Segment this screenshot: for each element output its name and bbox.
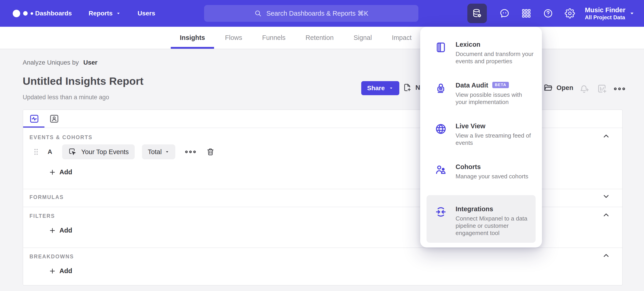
report-more-menu-button[interactable] [614,86,626,92]
event-selector-chip[interactable]: Your Top Events [62,144,135,159]
add-chart-icon [597,83,607,94]
menu-item-title: Integrations [456,205,530,213]
lexicon-book-icon [435,41,447,65]
project-selector[interactable]: Music Finder All Project Data [585,6,626,21]
more-horizontal-icon [614,86,626,92]
project-chevron-down-icon[interactable] [629,10,635,16]
formulas-section-label: FORMULAS [30,194,64,200]
pulse-chart-icon [29,114,40,124]
cohorts-people-icon [435,163,447,180]
breakdowns-collapse-button[interactable] [602,251,610,260]
primary-nav-menu: Dashboards Reports Users [35,0,155,27]
data-audit-lock-icon [435,82,447,106]
tab-impact[interactable]: Impact [383,27,421,49]
tab-retention[interactable]: Retention [296,27,343,49]
event-row-more-button[interactable] [185,149,196,154]
menu-item-cohorts[interactable]: Cohorts Manage your saved cohorts [435,163,532,180]
chevron-up-icon [602,211,610,219]
updated-timestamp: Updated less than a minute ago [23,94,109,101]
logo-dot-medium [23,11,28,16]
help-button[interactable] [537,8,559,18]
menu-item-description: View possible issues with your implement… [456,91,535,106]
add-filter-button[interactable]: Add [49,227,72,234]
feedback-bubble-icon [499,8,510,18]
tab-flows[interactable]: Flows [216,27,251,49]
add-label: Add [60,267,72,275]
tab-funnels[interactable]: Funnels [253,27,294,49]
drag-dots-icon [34,148,38,155]
menu-item-integrations[interactable]: Integrations Connect Mixpanel to a data … [435,205,532,237]
metric-selector-chip[interactable]: Total [142,144,175,159]
event-cursor-icon [68,147,77,156]
more-horizontal-icon [185,149,196,154]
project-name: Music Finder [585,6,626,14]
menu-item-title: Data Audit [456,82,488,89]
menu-item-data-audit[interactable]: Data Audit BETA View possible issues wit… [435,82,532,106]
menu-item-lexicon[interactable]: Lexicon Document and transform your even… [435,41,532,65]
open-label: Open [556,84,573,92]
event-query-row: A Your Top Events Total [34,144,215,160]
share-label: Share [367,84,385,92]
add-breakdown-button[interactable]: Add [49,267,72,275]
delete-event-button[interactable] [206,148,215,156]
beta-badge: BETA [492,82,509,88]
add-label: Add [60,227,72,234]
user-card-icon [49,114,60,124]
add-label: Add [60,168,72,176]
events-collapse-button[interactable] [602,132,610,141]
analysis-context: Analyze Uniques byUser [23,59,98,66]
nav-item-reports[interactable]: Reports [89,10,121,17]
logo-dot-large [13,10,20,17]
top-nav-bar: Dashboards Reports Users Search Dashboar… [0,0,644,27]
tab-signal[interactable]: Signal [344,27,381,49]
report-tabs: Insights Flows Funnels Retention Signal … [170,27,422,49]
menu-item-live-view[interactable]: Live View View a live streaming feed of … [435,122,532,146]
data-management-button[interactable] [467,4,487,23]
menu-item-title: Live View [456,122,535,130]
nav-item-label: Dashboards [35,10,72,17]
chevron-down-icon [602,192,610,200]
nav-item-label: Users [138,10,155,17]
trash-icon [206,148,215,156]
global-search-input[interactable]: Search Dashboards & Reports ⌘K [204,5,418,22]
feedback-button[interactable] [494,8,516,18]
tab-label: Insights [180,34,205,41]
apps-grid-button[interactable] [516,8,537,18]
share-button[interactable]: Share [361,81,399,95]
tab-label: Flows [225,34,242,41]
open-report-button[interactable]: Open [543,83,573,92]
nav-item-label: Reports [89,10,113,17]
formulas-expand-button[interactable] [602,192,610,201]
mixpanel-logo[interactable] [13,0,33,27]
plus-icon [49,268,56,275]
nav-item-users[interactable]: Users [138,10,155,17]
nav-right-cluster: Music Finder All Project Data [467,0,638,27]
context-value-user[interactable]: User [83,59,97,66]
event-name: Your Top Events [81,148,129,156]
series-letter: A [48,148,52,155]
bell-plus-icon [579,83,590,94]
context-prefix: Analyze Uniques by [23,59,79,66]
add-to-dashboard-button[interactable] [597,83,607,94]
page-title[interactable]: Untitled Insights Report [23,75,144,87]
events-section-label: EVENTS & COHORTS [30,134,92,141]
events-metrics-tab[interactable] [28,113,40,124]
filters-collapse-button[interactable] [602,211,610,219]
integrations-sync-icon [435,205,447,237]
breakdowns-section-label: BREAKDOWNS [30,254,74,260]
database-gear-icon [472,8,482,18]
menu-item-description: Manage your saved cohorts [456,173,535,180]
user-profiles-tab[interactable] [48,113,60,124]
create-alert-button[interactable] [579,83,590,94]
chevron-up-icon [602,132,610,140]
tab-insights[interactable]: Insights [171,27,214,49]
mixpanel-app: Dashboards Reports Users Search Dashboar… [0,0,644,291]
chevron-down-icon [389,86,394,90]
settings-button[interactable] [559,8,581,18]
add-event-button[interactable]: Add [49,168,72,176]
plus-icon [49,169,56,176]
tab-label: Retention [306,34,334,41]
filters-section-label: FILTERS [30,213,55,219]
nav-item-dashboards[interactable]: Dashboards [35,10,72,17]
drag-handle[interactable] [34,148,38,155]
